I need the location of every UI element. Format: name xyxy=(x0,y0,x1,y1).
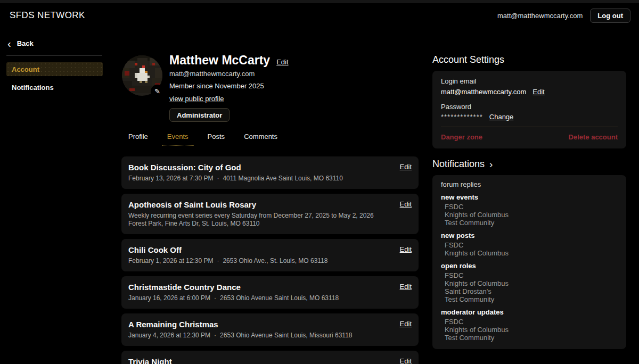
profile-email: matt@matthewmccarty.com xyxy=(169,70,289,78)
event-card: Apotheosis of Saint Louis Rosary Weekly … xyxy=(121,194,419,234)
dot-separator: · xyxy=(217,175,219,182)
profile-tabs: Profile Events Posts Comments xyxy=(123,130,419,146)
notif-community: FSDC xyxy=(445,203,618,211)
administrator-badge[interactable]: Administrator xyxy=(169,108,230,122)
notif-group-moderator-updates: moderator updates xyxy=(441,308,618,317)
settings-column: Account Settings Login email matt@matthe… xyxy=(432,51,626,349)
tab-comments[interactable]: Comments xyxy=(239,130,283,146)
event-card: Trivia Night Edit xyxy=(121,351,419,364)
notif-item-forum-replies: forum replies xyxy=(441,180,618,188)
event-meta: February 1, 2026 at 12:30 PM·2653 Ohio A… xyxy=(128,257,412,265)
notif-community: Saint Drostan's xyxy=(445,287,618,295)
tab-profile[interactable]: Profile xyxy=(123,130,153,146)
notif-community: FSDC xyxy=(445,271,618,279)
login-email-edit-link[interactable]: Edit xyxy=(532,88,544,96)
notif-community: Knights of Columbus xyxy=(445,249,618,257)
notif-community: Knights of Columbus xyxy=(445,211,618,219)
notif-community: Knights of Columbus xyxy=(445,279,618,287)
member-since: Member since November 2025 xyxy=(169,82,289,90)
notif-group-new-posts: new posts xyxy=(441,231,618,240)
logged-in-email: matt@matthewmccarty.com xyxy=(497,12,583,20)
event-title: Trivia Night xyxy=(128,357,412,364)
sidebar-item-account[interactable]: Account xyxy=(6,62,103,76)
login-email-value: matt@matthewmccarty.com xyxy=(441,88,526,96)
event-title: Christmastide Country Dance xyxy=(128,283,412,292)
settings-sidebar: ‹ Back Account Notifications xyxy=(0,28,109,94)
notif-community: Test Community xyxy=(445,295,618,303)
password-change-link[interactable]: Change xyxy=(489,113,514,121)
notif-group-open-roles: open roles xyxy=(441,262,618,270)
sidebar-divider xyxy=(6,55,102,56)
event-location: Forest Park, Fine Arts Dr, St. Louis, MO… xyxy=(128,220,412,228)
dot-separator: · xyxy=(217,257,219,264)
event-edit-link[interactable]: Edit xyxy=(400,320,412,328)
event-card: Book Discussion: City of God February 13… xyxy=(121,156,419,189)
notif-community: FSDC xyxy=(445,241,618,249)
chevron-left-icon: ‹ xyxy=(7,40,11,47)
password-label: Password xyxy=(441,103,618,111)
event-edit-link[interactable]: Edit xyxy=(400,163,412,171)
event-meta: February 13, 2026 at 7:30 PM·4011 Magnol… xyxy=(128,175,412,183)
notif-group-items: FSDC Knights of Columbus xyxy=(441,241,618,257)
top-bar: SFDS NETWORK matt@matthewmccarty.com Log… xyxy=(0,3,639,28)
back-button[interactable]: ‹ Back xyxy=(7,39,109,47)
event-edit-link[interactable]: Edit xyxy=(400,200,412,208)
event-title: Chili Cook Off xyxy=(128,245,412,254)
brand-logo: SFDS NETWORK xyxy=(10,10,85,21)
notifications-card: forum replies new events FSDC Knights of… xyxy=(432,175,626,349)
event-title: A Remaining Christmas xyxy=(128,320,412,329)
tab-posts[interactable]: Posts xyxy=(202,130,231,146)
notif-community: Test Community xyxy=(445,334,618,342)
profile-header: ✎ Matthew McCarty Edit matt@matthewmccar… xyxy=(121,51,419,122)
dot-separator: · xyxy=(214,294,216,302)
event-card: Christmastide Country Dance January 16, … xyxy=(121,276,419,309)
event-card: A Remaining Christmas January 4, 2026 at… xyxy=(121,313,419,346)
back-label: Back xyxy=(17,39,34,47)
account-settings-card: Login email matt@matthewmccarty.com Edit… xyxy=(432,71,626,148)
event-title: Apotheosis of Saint Louis Rosary xyxy=(128,200,412,209)
event-edit-link[interactable]: Edit xyxy=(400,357,412,364)
event-meta: January 4, 2026 at 12:30 PM·2653 Ohio Av… xyxy=(128,332,412,340)
notifications-heading-label: Notifications xyxy=(432,159,485,170)
event-title: Book Discussion: City of God xyxy=(128,163,412,172)
avatar-edit-button[interactable]: ✎ xyxy=(151,85,164,98)
password-mask: ************* xyxy=(441,113,483,121)
danger-zone-label: Danger zone xyxy=(441,133,482,141)
profile-edit-link[interactable]: Edit xyxy=(276,58,288,66)
logout-button[interactable]: Log out xyxy=(590,9,630,23)
events-list: Book Discussion: City of God February 13… xyxy=(121,156,419,364)
delete-account-link[interactable]: Delete account xyxy=(569,133,618,141)
chevron-right-icon: › xyxy=(489,160,493,169)
danger-divider xyxy=(441,127,618,127)
profile-name: Matthew McCarty xyxy=(169,53,270,68)
login-email-label: Login email xyxy=(441,77,618,86)
event-description: Weekly recurring event series every Satu… xyxy=(128,212,412,220)
sidebar-item-notifications[interactable]: Notifications xyxy=(6,80,103,94)
account-settings-heading: Account Settings xyxy=(432,51,626,65)
dot-separator: · xyxy=(214,332,216,339)
event-card: Chili Cook Off February 1, 2026 at 12:30… xyxy=(121,239,419,271)
notifications-heading[interactable]: Notifications › xyxy=(432,159,626,170)
notif-community: FSDC xyxy=(445,318,618,326)
event-meta: January 16, 2026 at 6:00 PM·2653 Ohio Av… xyxy=(128,294,412,302)
notif-community: Knights of Columbus xyxy=(445,326,618,334)
sidebar-nav: Account Notifications xyxy=(6,62,103,94)
view-public-profile-link[interactable]: view public profile xyxy=(169,95,224,103)
notif-group-items: FSDC Knights of Columbus Test Community xyxy=(441,318,618,342)
tab-events[interactable]: Events xyxy=(162,130,194,146)
notif-community: Test Community xyxy=(445,219,618,227)
event-edit-link[interactable]: Edit xyxy=(400,283,412,291)
notif-group-items: FSDC Knights of Columbus Test Community xyxy=(441,203,618,227)
main-content: ✎ Matthew McCarty Edit matt@matthewmccar… xyxy=(121,51,419,364)
pencil-icon: ✎ xyxy=(154,87,160,95)
notif-group-new-events: new events xyxy=(441,193,618,202)
event-edit-link[interactable]: Edit xyxy=(400,245,412,253)
notif-group-items: FSDC Knights of Columbus Saint Drostan's… xyxy=(441,271,618,303)
